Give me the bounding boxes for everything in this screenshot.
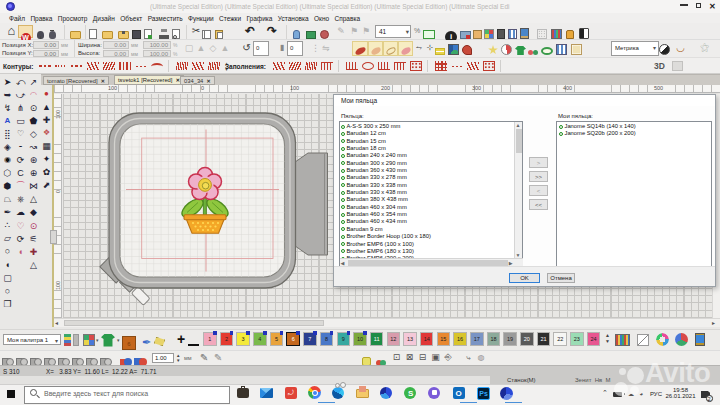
svg-text:100: 100 [55,109,61,118]
svg-text:0: 0 [55,189,61,192]
svg-text:100: 100 [55,280,61,289]
